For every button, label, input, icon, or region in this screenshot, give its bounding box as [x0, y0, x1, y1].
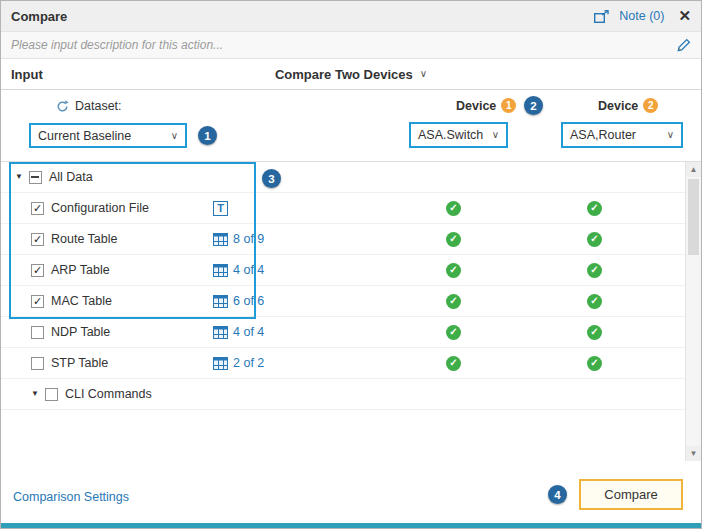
step-badge-3: 3 [262, 169, 281, 188]
device2-number-badge: 2 [643, 98, 658, 113]
edit-pencil-icon[interactable] [677, 38, 691, 52]
row-main-cell: ARP Table4 of 4 [1, 255, 383, 285]
row-checkbox-checked[interactable] [31, 264, 44, 277]
table-icon [213, 295, 228, 308]
row-label: Route Table [51, 232, 118, 246]
row-label: ARP Table [51, 263, 110, 277]
table-row: All Data [1, 162, 687, 193]
success-check-icon [446, 325, 461, 340]
row-main-cell: NDP Table4 of 4 [1, 317, 383, 347]
title-bar: Compare Note (0) ✕ [1, 1, 701, 31]
device2-status-cell [524, 294, 665, 309]
table-icon [213, 326, 228, 339]
row-label: Configuration File [51, 201, 149, 215]
row-main-cell: All Data [1, 162, 383, 192]
success-check-icon [587, 325, 602, 340]
comparison-settings-link[interactable]: Comparison Settings [13, 490, 129, 504]
dataset-label: Dataset: [75, 99, 122, 113]
table-icon [213, 357, 228, 370]
chevron-down-icon [667, 130, 674, 140]
device1-header-label: Device [456, 99, 496, 113]
row-meta: 8 of 9 [213, 232, 264, 246]
device1-dropdown-value: ASA.Switch [418, 128, 483, 142]
scroll-down-icon[interactable] [686, 446, 701, 461]
table-row: STP Table2 of 2 [1, 348, 687, 379]
description-bar[interactable]: Please input description for this action… [1, 31, 701, 59]
close-icon[interactable]: ✕ [678, 7, 691, 25]
table-row: Route Table8 of 9 [1, 224, 687, 255]
row-main-cell: Route Table8 of 9 [1, 224, 383, 254]
compare-button[interactable]: Compare [579, 479, 683, 510]
row-checkbox-unchecked[interactable] [31, 357, 44, 370]
refresh-icon[interactable] [56, 100, 69, 113]
device2-dropdown-value: ASA,Router [570, 128, 636, 142]
tree-table: All DataConfiguration FileTRoute Table8 … [1, 162, 687, 410]
table-row: MAC Table6 of 6 [1, 286, 687, 317]
dataset-label-group: Dataset: [56, 99, 122, 113]
scrollbar-thumb[interactable] [688, 179, 699, 255]
step-badge-2: 2 [524, 96, 543, 115]
vertical-scrollbar[interactable] [685, 162, 701, 461]
table-row: Configuration FileT [1, 193, 687, 224]
success-check-icon [587, 356, 602, 371]
success-check-icon [446, 294, 461, 309]
row-meta: T [213, 201, 228, 216]
row-checkbox-unchecked[interactable] [45, 388, 58, 401]
note-link[interactable]: Note (0) [619, 9, 664, 23]
row-count: 8 of 9 [233, 232, 264, 246]
success-check-icon [446, 201, 461, 216]
device1-status-cell [383, 201, 524, 216]
row-main-cell: CLI Commands [1, 379, 383, 409]
input-bar: Input Compare Two Devices [1, 59, 701, 90]
row-checkbox-checked[interactable] [31, 295, 44, 308]
row-checkbox-checked[interactable] [31, 233, 44, 246]
device1-status-cell [383, 294, 524, 309]
device2-status-cell [524, 232, 665, 247]
row-meta: 6 of 6 [213, 294, 264, 308]
table-icon [213, 264, 228, 277]
device2-dropdown[interactable]: ASA,Router [561, 122, 683, 148]
row-checkbox-unchecked[interactable] [31, 326, 44, 339]
success-check-icon [446, 232, 461, 247]
device1-status-cell [383, 263, 524, 278]
row-count: 4 of 4 [233, 263, 264, 277]
row-label: MAC Table [51, 294, 112, 308]
device1-column-header: Device 1 [456, 98, 516, 113]
row-count: 2 of 2 [233, 356, 264, 370]
row-meta: 2 of 2 [213, 356, 264, 370]
step-badge-1: 1 [198, 126, 217, 145]
chevron-down-icon [171, 131, 178, 141]
text-content-icon: T [213, 201, 228, 216]
row-checkbox-checked[interactable] [31, 202, 44, 215]
row-checkbox-partial[interactable] [29, 171, 42, 184]
expander-icon[interactable] [31, 390, 39, 398]
device2-status-cell [524, 263, 665, 278]
row-main-cell: MAC Table6 of 6 [1, 286, 383, 316]
row-count: 4 of 4 [233, 325, 264, 339]
device1-status-cell [383, 325, 524, 340]
device2-status-cell [524, 356, 665, 371]
row-label: STP Table [51, 356, 108, 370]
device2-header-label: Device [598, 99, 638, 113]
table-row: NDP Table4 of 4 [1, 317, 687, 348]
row-main-cell: STP Table2 of 2 [1, 348, 383, 378]
row-meta: 4 of 4 [213, 325, 264, 339]
row-label: CLI Commands [65, 387, 152, 401]
compare-mode-selector[interactable]: Compare Two Devices [275, 67, 427, 82]
table-icon [213, 233, 228, 246]
success-check-icon [587, 201, 602, 216]
device2-column-header: Device 2 [598, 98, 658, 113]
note-popout-icon[interactable] [594, 10, 609, 23]
dataset-dropdown[interactable]: Current Baseline [29, 123, 187, 148]
success-check-icon [446, 263, 461, 278]
row-main-cell: Configuration FileT [1, 193, 383, 223]
step-badge-4: 4 [548, 485, 567, 504]
device2-status-cell [524, 325, 665, 340]
device1-dropdown[interactable]: ASA.Switch [409, 122, 508, 148]
expander-icon[interactable] [15, 173, 23, 181]
scroll-up-icon[interactable] [686, 162, 701, 177]
row-count: 6 of 6 [233, 294, 264, 308]
success-check-icon [446, 356, 461, 371]
row-label: NDP Table [51, 325, 110, 339]
footer: Comparison Settings 4 Compare [1, 461, 701, 523]
